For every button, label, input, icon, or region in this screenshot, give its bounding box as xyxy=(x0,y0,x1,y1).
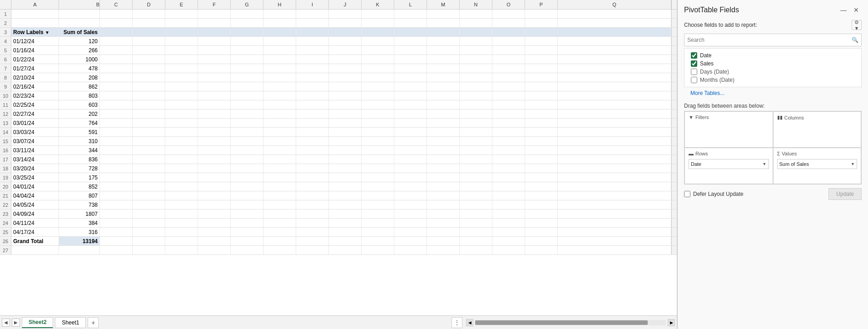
cell-j[interactable] xyxy=(329,182,362,191)
cell-n[interactable] xyxy=(460,182,492,191)
defer-checkbox[interactable] xyxy=(684,191,690,197)
cell-m[interactable] xyxy=(427,146,460,155)
cell-c[interactable] xyxy=(100,119,133,127)
cell-i[interactable] xyxy=(296,73,329,82)
cell-m[interactable] xyxy=(427,137,460,145)
cell-a[interactable]: 04/04/24 xyxy=(11,191,59,200)
cell-o[interactable] xyxy=(492,110,525,118)
table-row[interactable]: 1 xyxy=(0,10,677,19)
cell-l[interactable] xyxy=(394,10,427,18)
cell-g[interactable] xyxy=(231,173,263,182)
cell-o[interactable] xyxy=(492,28,525,36)
cell-k[interactable] xyxy=(362,191,394,200)
scroll-right-btn[interactable]: ▶ xyxy=(668,319,675,326)
cell-i[interactable] xyxy=(296,137,329,145)
cell-n[interactable] xyxy=(460,110,492,118)
cell-o[interactable] xyxy=(492,137,525,145)
cell-c[interactable] xyxy=(100,246,133,254)
cell-i[interactable] xyxy=(296,246,329,254)
cell-l[interactable] xyxy=(394,209,427,218)
cell-n[interactable] xyxy=(460,237,492,245)
cell-g[interactable] xyxy=(231,46,263,55)
cell-g[interactable] xyxy=(231,110,263,118)
cell-j[interactable] xyxy=(329,200,362,209)
cell-i[interactable] xyxy=(296,173,329,182)
cell-b[interactable]: 13194 xyxy=(59,237,100,245)
cell-j[interactable] xyxy=(329,173,362,182)
cell-i[interactable] xyxy=(296,37,329,45)
cell-n[interactable] xyxy=(460,228,492,236)
cell-g[interactable] xyxy=(231,82,263,91)
cell-g[interactable] xyxy=(231,246,263,254)
cell-o[interactable] xyxy=(492,91,525,100)
cell-g[interactable] xyxy=(231,219,263,227)
table-row[interactable]: 1903/25/24175 xyxy=(0,173,677,182)
cell-q[interactable] xyxy=(558,246,671,254)
table-row[interactable]: 601/22/241000 xyxy=(0,55,677,64)
sheet-options-btn[interactable]: ⋮ xyxy=(451,317,462,328)
cell-n[interactable] xyxy=(460,55,492,64)
cell-l[interactable] xyxy=(394,246,427,254)
cell-p[interactable] xyxy=(525,119,558,127)
cell-o[interactable] xyxy=(492,10,525,18)
table-row[interactable]: 1403/03/24591 xyxy=(0,128,677,137)
cell-m[interactable] xyxy=(427,164,460,173)
cell-h[interactable] xyxy=(263,73,296,82)
cell-f[interactable] xyxy=(198,55,231,64)
cell-f[interactable] xyxy=(198,64,231,73)
cell-h[interactable] xyxy=(263,46,296,55)
cell-j[interactable] xyxy=(329,37,362,45)
cell-m[interactable] xyxy=(427,82,460,91)
cell-b[interactable]: 738 xyxy=(59,200,100,209)
cell-j[interactable] xyxy=(329,55,362,64)
cell-a[interactable]: 03/20/24 xyxy=(11,164,59,173)
cell-m[interactable] xyxy=(427,128,460,136)
cell-o[interactable] xyxy=(492,82,525,91)
cell-a[interactable]: 02/10/24 xyxy=(11,73,59,82)
cell-c[interactable] xyxy=(100,10,133,18)
cell-l[interactable] xyxy=(394,110,427,118)
cell-h[interactable] xyxy=(263,128,296,136)
cell-e[interactable] xyxy=(165,209,198,218)
cell-i[interactable] xyxy=(296,128,329,136)
col-header-q[interactable]: Q xyxy=(558,0,671,9)
cell-e[interactable] xyxy=(165,10,198,18)
cell-q[interactable] xyxy=(558,37,671,45)
cell-a[interactable] xyxy=(11,10,59,18)
cell-b[interactable]: 310 xyxy=(59,137,100,145)
cell-b[interactable] xyxy=(59,10,100,18)
cell-c[interactable] xyxy=(100,110,133,118)
cell-c[interactable] xyxy=(100,19,133,27)
cell-m[interactable] xyxy=(427,28,460,36)
cell-p[interactable] xyxy=(525,137,558,145)
cell-o[interactable] xyxy=(492,119,525,127)
cell-d[interactable] xyxy=(133,209,165,218)
update-button[interactable]: Update xyxy=(828,188,862,200)
cell-k[interactable] xyxy=(362,200,394,209)
cell-f[interactable] xyxy=(198,110,231,118)
cell-e[interactable] xyxy=(165,73,198,82)
cell-l[interactable] xyxy=(394,64,427,73)
cell-l[interactable] xyxy=(394,237,427,245)
cell-a[interactable]: Row Labels ▼ xyxy=(11,28,59,36)
col-header-b[interactable]: B xyxy=(59,0,100,9)
cell-h[interactable] xyxy=(263,146,296,155)
cell-g[interactable] xyxy=(231,55,263,64)
table-row[interactable]: 802/10/24208 xyxy=(0,73,677,82)
cell-m[interactable] xyxy=(427,228,460,236)
cell-a[interactable]: Grand Total xyxy=(11,237,59,245)
cell-o[interactable] xyxy=(492,128,525,136)
cell-d[interactable] xyxy=(133,146,165,155)
cell-g[interactable] xyxy=(231,209,263,218)
cell-j[interactable] xyxy=(329,82,362,91)
cell-j[interactable] xyxy=(329,155,362,164)
cell-n[interactable] xyxy=(460,155,492,164)
cell-p[interactable] xyxy=(525,100,558,109)
cell-b[interactable]: 120 xyxy=(59,37,100,45)
cell-k[interactable] xyxy=(362,100,394,109)
table-row[interactable]: 1803/20/24728 xyxy=(0,164,677,173)
cell-i[interactable] xyxy=(296,237,329,245)
cell-m[interactable] xyxy=(427,200,460,209)
cell-q[interactable] xyxy=(558,209,671,218)
cell-c[interactable] xyxy=(100,155,133,164)
